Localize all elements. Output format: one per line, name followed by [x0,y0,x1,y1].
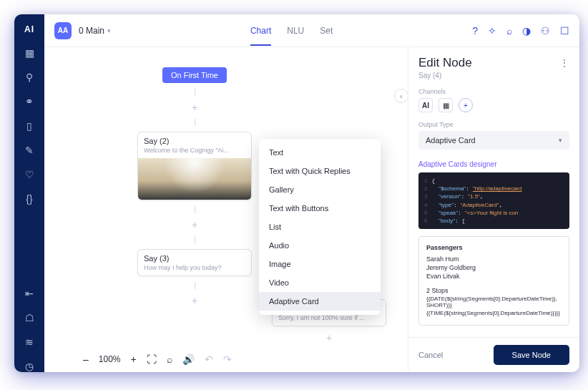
menu-item-list[interactable]: List [259,218,381,236]
grid-icon[interactable]: ▦ [24,47,35,59]
menu-item-image[interactable]: Image [259,255,381,273]
preview-passenger: Jeremy Goldberg [426,264,562,271]
chevron-down-icon: ▾ [107,27,111,34]
start-node[interactable]: On First Time [162,67,227,83]
node-subtitle: How may I help you today? [138,264,251,276]
zoom-level: 100% [99,354,121,364]
help-icon[interactable]: ? [472,25,478,36]
logout-icon[interactable]: ⇤ [24,288,35,299]
preview-heading: Passengers [426,244,562,251]
preview-stops: 2 Stops [426,287,562,294]
add-node-button[interactable]: + [192,295,197,306]
save-node-button[interactable]: Save Node [494,345,569,365]
flow-node[interactable]: Say (3) How may I help you today? [137,249,252,276]
fit-view-button[interactable]: ⛶ [147,354,157,365]
tab-chart[interactable]: Chart [250,16,271,46]
avatar[interactable]: AA [54,22,72,39]
add-channel-button[interactable]: + [459,98,473,112]
node-image-preview [138,158,251,200]
menu-item-text[interactable]: Text [259,143,381,162]
redo-button[interactable]: ↷ [223,354,232,365]
toggle-icon[interactable]: ◑ [522,25,531,36]
topbar: AA 0 Main ▾ Chart NLU Set ? ✧ ⌕ ◑ ⚇ ☐ [44,14,579,47]
designer-link[interactable]: Adaptive Cards designer [418,160,497,168]
channel-teams[interactable]: ▦ [438,98,453,112]
preview-passenger: Sarah Hum [426,255,562,263]
preview-expression: {{TIME(${string(Segments[0].DepartureDat… [426,310,562,316]
output-type-select[interactable]: Adaptive Card ▾ [418,131,569,150]
output-type-label: Output Type [418,121,569,128]
key-icon[interactable]: ✎ [24,145,35,156]
add-node-button[interactable]: + [192,102,197,113]
comment-icon[interactable]: ☐ [560,25,569,36]
search-canvas-button[interactable]: ⌕ [167,354,172,365]
chat-icon[interactable]: ☖ [24,312,35,323]
menu-item-audio[interactable]: Audio [259,236,381,255]
topbar-icons: ? ✧ ⌕ ◑ ⚇ ☐ [472,25,569,36]
chevron-down-icon: ▾ [559,137,562,144]
clock-icon[interactable]: ◷ [24,361,35,372]
users-icon[interactable]: ⚭ [24,96,35,107]
menu-item-quick-replies[interactable]: Text with Quick Replies [259,162,381,180]
panel-footer: Cancel Save Node [408,337,579,372]
flow-canvas[interactable]: ‹ On First Time + Say (2) Welcome to the… [44,47,408,372]
collapse-panel-button[interactable]: ‹ [394,89,408,103]
flow-name-dropdown[interactable]: 0 Main ▾ [79,26,111,36]
zoom-in-button[interactable]: + [131,354,137,365]
flow-name-label: 0 Main [79,26,104,36]
cancel-button[interactable]: Cancel [418,351,443,359]
bar-icon[interactable]: ▯ [24,120,35,132]
flow-column: On First Time + Say (2) Welcome to the C… [137,67,252,306]
menu-item-adaptive-card[interactable]: Adaptive Card [259,292,381,311]
preview-passenger: Evan Litvak [426,273,562,280]
layers-icon[interactable]: ≋ [24,336,35,348]
search-icon[interactable]: ⌕ [506,25,512,36]
flow-node[interactable]: Say (2) Welcome to the Cognigy "Ai... [137,132,252,200]
canvas-toolbar: – 100% + ⛶ ⌕ 🔊 ↶ ↷ [83,354,232,365]
compass-icon[interactable]: ✧ [488,25,496,36]
panel-title: Edit Node [418,56,472,70]
panel-subtitle: Say (4) [418,72,569,79]
node-subtitle: Welcome to the Cognigy "Ai... [138,147,251,158]
app-logo: AI [24,24,34,34]
card-preview: Passengers Sarah Hum Jeremy Goldberg Eva… [418,236,569,326]
add-node-button[interactable]: + [326,332,332,343]
edit-node-panel: Edit Node ⋮ Say (4) Channels AI ▦ + Outp… [408,47,579,372]
more-options-icon[interactable]: ⋮ [559,57,569,69]
app-rail: AI ▦ ⚲ ⚭ ▯ ✎ ♡ {} ⇤ ☖ ≋ ◷ [14,14,44,372]
output-type-menu: Text Text with Quick Replies Gallery Tex… [259,139,381,315]
channel-ai[interactable]: AI [418,98,433,112]
channels-label: Channels [418,88,569,95]
add-node-button[interactable]: + [192,219,197,230]
tab-set[interactable]: Set [320,16,333,46]
user-icon[interactable]: ⚇ [541,25,550,36]
undo-button[interactable]: ↶ [205,354,213,365]
menu-item-video[interactable]: Video [259,273,381,292]
node-title: Say (2) [138,132,251,147]
bulb-icon[interactable]: ♡ [24,169,35,180]
pin-icon[interactable]: ⚲ [24,72,35,83]
channels-row: AI ▦ + [418,98,569,112]
menu-item-text-buttons[interactable]: Text with Buttons [259,199,381,218]
zoom-out-button[interactable]: – [83,354,89,365]
node-title: Say (3) [138,250,251,264]
menu-item-gallery[interactable]: Gallery [259,180,381,199]
editor-tabs: Chart NLU Set [250,16,333,46]
preview-expression: {{DATE(${string(Segments[0].DepartureDat… [426,296,562,308]
code-icon[interactable]: {} [24,193,35,205]
voice-preview-button[interactable]: 🔊 [182,354,195,365]
code-editor[interactable]: 1{ 2 "$schema": "http://adaptivecard 3 "… [418,172,569,229]
output-type-value: Adaptive Card [426,136,476,145]
node-subtitle: Sorry, I am not 100% sure if ... [273,314,386,326]
tab-nlu[interactable]: NLU [287,16,304,46]
